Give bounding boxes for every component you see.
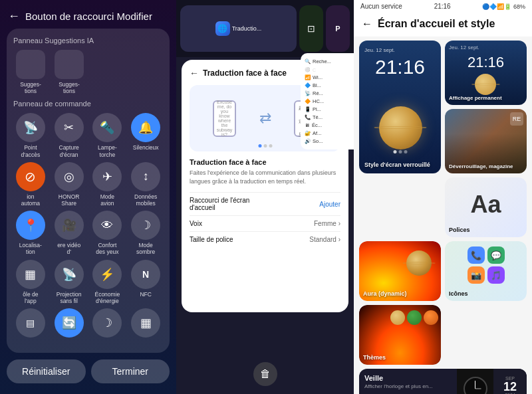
voice-row: Voix Femme › (190, 215, 340, 231)
settings-partial: 🔍Reche... ⚪C 📶Wi... 🔷Bl... 📡Ré... 🔶HC...… (301, 53, 354, 149)
te-item[interactable]: 📞Té... (305, 114, 350, 120)
fonts-label: Polices (449, 227, 470, 233)
grid-item-extra1[interactable]: ▤ (13, 308, 48, 340)
so-item[interactable]: 🔊So... (305, 138, 350, 144)
back-icon[interactable]: ← (8, 9, 20, 23)
fonts-card[interactable]: Aa Polices (445, 177, 527, 237)
grid-item-screenshot[interactable]: ✂ Captured'écran (52, 113, 86, 157)
grid-item-video[interactable]: 🎥 ere vidéod' (52, 211, 86, 255)
re-item[interactable]: 📡Ré... (305, 90, 350, 96)
translation-back-icon[interactable]: ← (190, 68, 199, 78)
bt-item[interactable]: 🔷Bl... (305, 82, 350, 88)
panel3-header: ← Écran d'accueil et style (354, 13, 532, 37)
permanent-label: Affichage permanent (449, 95, 502, 101)
grid-item-battery-save[interactable]: ⚡ Économied'énergie (90, 260, 125, 304)
voice-label: Voix (190, 220, 202, 227)
settings-search: 🔍Reche... (305, 58, 350, 64)
grid-item-eye-comfort[interactable]: 👁 Confortdes yeux (90, 211, 125, 255)
arrows-illust: ⇄ (259, 110, 271, 127)
grid-item-extra4[interactable]: ▦ (128, 308, 163, 340)
font-size-value[interactable]: Standard › (309, 236, 340, 243)
shortcut-label: Raccourci de l'écrand'accueil (190, 197, 249, 211)
grid-item-dark-mode[interactable]: ☽ Modesombre (128, 211, 163, 255)
themes-card[interactable]: Thèmes (359, 305, 441, 365)
translation-desc: Faites l'expérience de la communication … (190, 169, 340, 185)
aura-label: Aura (dynamic) (363, 290, 407, 297)
shortcut-row: Raccourci de l'écrand'accueil Ajouter (190, 192, 340, 215)
app-card-settings-label: P (335, 25, 340, 33)
indicator-dots (258, 144, 272, 148)
panel1-content: Panneau Suggestions IA Sugges-tions Sugg… (7, 29, 170, 353)
locked-screen-date: Jeu. 12 sept. (364, 47, 395, 53)
grid-item-extra2[interactable]: 🔄 (52, 308, 86, 340)
locked-screen-planet (374, 101, 427, 154)
control-row4: ▦ ôle del'app 📡 Projectionsans fil ⚡ Éco… (13, 260, 163, 304)
font-size-row: Taille de police Standard › (190, 231, 340, 247)
grid-item-airplane[interactable]: ✈ Modeavion (90, 162, 125, 207)
panel-shortcuts: ← Bouton de raccourci Modifier Panneau S… (0, 0, 176, 394)
grid-item-data[interactable]: ↕ Donnéesmobiles (128, 162, 163, 207)
delete-button[interactable]: 🗑 (253, 362, 277, 386)
permanent-display-card[interactable]: Jeu. 12 sept. 21:16 Affichage permanent (445, 41, 527, 105)
grid-item-nfc[interactable]: N NFC (128, 260, 163, 304)
aura-card[interactable]: Aura (dynamic) (359, 241, 441, 301)
grid-item-location[interactable]: 📍 Localisa-tion (13, 211, 48, 255)
style-cards-grid: Jeu. 12 sept. 21:16 Style d'écran verrou… (354, 37, 532, 394)
af-item[interactable]: 🔐Af... (305, 130, 350, 136)
app-card-translation[interactable]: 🌐 Traductio... (180, 5, 297, 52)
control-row3: 📍 Localisa-tion 🎥 ere vidéod' 👁 Confortd… (13, 211, 163, 255)
icons-card[interactable]: 📞 💬 📸 🎵 Icônes (445, 241, 527, 301)
aura-planet (402, 246, 436, 280)
panel-multitask: 🌐 Traductio... ⊡ P 🔍Reche... ⚪C 📶Wi... 🔷… (176, 0, 354, 394)
fonts-aa-icon: Aa (470, 191, 501, 219)
grid-item-suggest1[interactable]: Sugges-tions (13, 50, 48, 94)
wifi-item[interactable]: 📶Wi... (305, 74, 350, 80)
grid-item-torch[interactable]: 🔦 Lampe-torche (90, 113, 125, 157)
voice-value[interactable]: Femme › (314, 220, 340, 227)
right-column: Jeu. 12 sept. 21:16 Affichage permanent … (445, 41, 527, 173)
veille-title: Veille (364, 374, 452, 382)
grid-item-app-control[interactable]: ▦ ôle del'app (13, 260, 48, 304)
panel-home-style: Aucun service 21:16 🔵🔷📶🔋 68% ← Écran d'a… (354, 0, 532, 394)
hc-item[interactable]: 🔶HC... (305, 98, 350, 104)
translation-subtitle: Traduction face à face (190, 158, 340, 166)
app-card-settings[interactable]: P (326, 5, 350, 52)
grid-item-hotspot[interactable]: 📡 Pointd'accès (13, 113, 48, 157)
ec-item[interactable]: 🖥Éc... (305, 122, 350, 128)
grid-item-auto[interactable]: ⊘ ionautoma (13, 162, 48, 207)
app-switcher-bar: 🌐 Traductio... ⊡ P (176, 0, 354, 57)
done-button[interactable]: Terminer (91, 359, 170, 383)
veille-card[interactable]: Veille Afficher l'horloge et plus en... … (359, 369, 527, 394)
magazine-label: Déverrouillage, magazine (449, 163, 513, 169)
grid-item-silent[interactable]: 🔔 Silencieux (128, 113, 163, 157)
permanent-planet (471, 71, 501, 98)
veille-info: Veille Afficher l'horloge et plus en... (359, 369, 457, 394)
panel3-back-icon[interactable]: ← (362, 18, 372, 30)
icon-grid: 📞 💬 📸 🎵 (467, 246, 505, 284)
pl-item[interactable]: 📱Pl... (305, 106, 350, 112)
locked-screen-label: Style d'écran verrouillé (364, 161, 436, 168)
shortcut-action[interactable]: Ajouter (319, 201, 340, 208)
status-bar: Aucun service 21:16 🔵🔷📶🔋 68% (354, 0, 532, 13)
status-time: 21:16 (434, 3, 451, 10)
delete-area: 🗑 (176, 315, 354, 394)
grid-item-extra3[interactable]: ☽ (90, 308, 125, 340)
card-dots (393, 150, 407, 153)
panel1-header: ← Bouton de raccourci Modifier (0, 0, 176, 29)
magazine-unlock-card[interactable]: RE Déverrouillage, magazine (445, 109, 527, 173)
app-card-screen[interactable]: ⊡ (299, 5, 323, 52)
control-row1: 📡 Pointd'accès ✂ Captured'écran 🔦 Lampe-… (13, 113, 163, 157)
grid-item-suggest2[interactable]: Sugges-tions (52, 50, 86, 94)
reset-button[interactable]: Réinitialiser (7, 359, 86, 383)
locked-screen-card[interactable]: Jeu. 12 sept. 21:16 Style d'écran verrou… (359, 41, 441, 173)
phone-left-illust: Excuse me, do youknow where thesubway is… (213, 100, 236, 137)
grid-item-honor-share[interactable]: ◎ HONORShare (52, 162, 86, 207)
font-size-label: Taille de police (190, 236, 233, 243)
theme-icons-row (390, 310, 438, 325)
veille-day: 12 (503, 381, 517, 393)
status-service: Aucun service (360, 3, 402, 10)
permanent-time: 21:16 (467, 54, 504, 71)
settings-item1: C (313, 68, 316, 72)
permanent-date: Jeu. 12 sept. (449, 45, 479, 50)
grid-item-projection[interactable]: 📡 Projectionsans fil (52, 260, 86, 304)
